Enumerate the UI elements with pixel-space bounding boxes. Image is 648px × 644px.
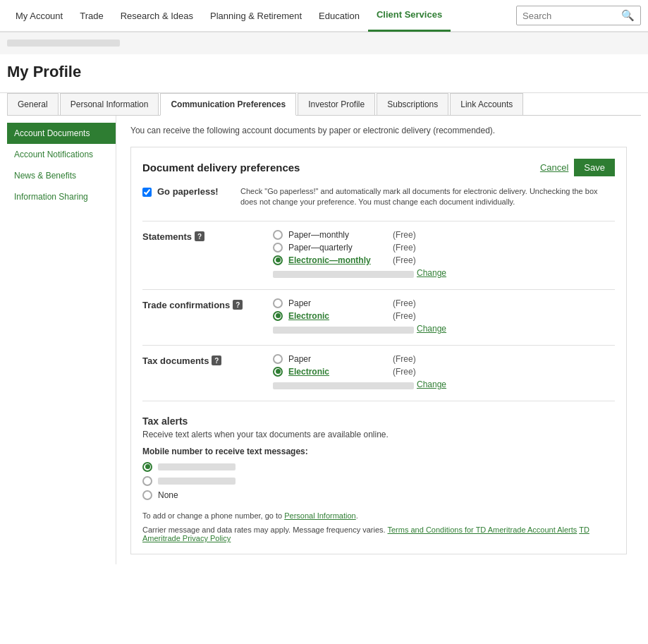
radio-phone-2[interactable] <box>142 476 152 486</box>
radio-tax-paper[interactable] <box>273 354 283 364</box>
trade-option-paper: Paper (Free) <box>273 298 615 308</box>
tab-bar: General Personal Information Communicati… <box>7 93 641 116</box>
nav-research[interactable]: Research & Ideas <box>112 0 202 32</box>
tax-documents-section: Tax documents ? Paper (Free) Electronic <box>142 354 615 389</box>
personal-info-link[interactable]: Personal Information <box>284 511 356 520</box>
tab-personal-info[interactable]: Personal Information <box>60 93 159 115</box>
phone-option-2 <box>142 476 615 486</box>
carrier-note: Carrier message and data rates may apply… <box>142 525 615 542</box>
statement-option-paper-quarterly: Paper—quarterly (Free) <box>273 243 615 253</box>
statement-option-electronic-monthly: Electronic—monthly (Free) <box>273 255 615 265</box>
radio-electronic-monthly[interactable] <box>273 255 283 265</box>
tax-help-icon[interactable]: ? <box>212 356 221 365</box>
tab-link-accounts[interactable]: Link Accounts <box>450 93 523 115</box>
statements-options: Paper—monthly (Free) Paper—quarterly (Fr… <box>273 230 615 278</box>
breadcrumb <box>7 40 120 47</box>
tax-option-electronic: Electronic (Free) <box>273 367 615 377</box>
tax-alerts-subtitle: Receive text alerts when your tax docume… <box>142 430 615 439</box>
trade-account-bar <box>273 327 414 334</box>
sidebar-item-information-sharing[interactable]: Information Sharing <box>7 186 116 207</box>
trade-change-link[interactable]: Change <box>417 324 446 334</box>
phone-option-1 <box>142 462 615 472</box>
card-title: Document delivery preferences <box>142 162 300 174</box>
footer-note: To add or change a phone number, go to P… <box>142 510 615 522</box>
tax-account-bar <box>273 382 414 389</box>
phone-bar-1 <box>158 463 236 470</box>
card-header: Document delivery preferences Cancel Sav… <box>142 159 615 176</box>
tax-alerts-title: Tax alerts <box>142 415 615 427</box>
radio-paper-quarterly[interactable] <box>273 243 283 253</box>
nav-trade[interactable]: Trade <box>71 0 111 32</box>
nav-education[interactable]: Education <box>310 0 368 32</box>
tax-documents-label: Tax documents ? <box>142 354 273 366</box>
statements-section: Statements ? Paper—monthly (Free) Paper—… <box>142 230 615 278</box>
delivery-card: Document delivery preferences Cancel Sav… <box>130 147 627 554</box>
intro-text: You can receive the following account do… <box>130 126 627 135</box>
trade-confirmations-label: Trade confirmations ? <box>142 298 273 310</box>
trade-option-electronic: Electronic (Free) <box>273 311 615 321</box>
phone-option-none: None <box>142 490 615 500</box>
tab-general[interactable]: General <box>7 93 59 115</box>
radio-trade-paper[interactable] <box>273 298 283 308</box>
main-layout: Account Documents Account Notifications … <box>7 116 641 564</box>
statements-account-bar <box>273 271 414 278</box>
nav-my-account[interactable]: My Account <box>7 0 71 32</box>
go-paperless-description: Check "Go paperless!" and automatically … <box>240 186 615 208</box>
trade-options: Paper (Free) Electronic (Free) Change <box>273 298 615 334</box>
tab-subscriptions[interactable]: Subscriptions <box>377 93 448 115</box>
sidebar: Account Documents Account Notifications … <box>7 116 116 564</box>
statement-option-paper-monthly: Paper—monthly (Free) <box>273 230 615 240</box>
phone-bar-2 <box>158 478 236 485</box>
go-paperless-checkbox[interactable] <box>142 188 152 197</box>
statements-label: Statements ? <box>142 230 273 242</box>
statements-help-icon[interactable]: ? <box>195 231 204 241</box>
tab-investor-profile[interactable]: Investor Profile <box>298 93 375 115</box>
sidebar-item-news-benefits[interactable]: News & Benefits <box>7 165 116 186</box>
tax-option-paper: Paper (Free) <box>273 354 615 364</box>
tax-alerts-section: Tax alerts Receive text alerts when your… <box>142 415 615 543</box>
radio-dot <box>145 464 150 469</box>
phone-none-label: None <box>158 490 178 500</box>
radio-phone-none[interactable] <box>142 490 152 500</box>
sidebar-item-account-notifications[interactable]: Account Notifications <box>7 144 116 165</box>
page-header: My Profile <box>0 54 648 93</box>
breadcrumb-bar <box>0 32 648 54</box>
search-box: 🔍 <box>516 6 641 25</box>
nav-planning[interactable]: Planning & Retirement <box>202 0 310 32</box>
sidebar-item-account-documents[interactable]: Account Documents <box>7 123 116 144</box>
tab-communication-preferences[interactable]: Communication Preferences <box>160 93 296 116</box>
radio-phone-1[interactable] <box>142 462 152 472</box>
go-paperless-label: Go paperless! <box>157 186 235 197</box>
nav-client-services[interactable]: Client Services <box>368 0 451 32</box>
trade-help-icon[interactable]: ? <box>233 300 243 310</box>
radio-tax-electronic[interactable] <box>273 367 283 377</box>
search-icon[interactable]: 🔍 <box>621 9 635 22</box>
radio-paper-monthly[interactable] <box>273 230 283 240</box>
tax-options: Paper (Free) Electronic (Free) Change <box>273 354 615 389</box>
search-input[interactable] <box>522 11 621 21</box>
trade-confirmations-section: Trade confirmations ? Paper (Free) Elect… <box>142 298 615 334</box>
content-area: You can receive the following account do… <box>116 116 641 564</box>
radio-dot <box>276 369 281 374</box>
card-actions: Cancel Save <box>540 159 615 176</box>
mobile-label: Mobile number to receive text messages: <box>142 446 615 456</box>
top-navigation: My Account Trade Research & Ideas Planni… <box>0 0 648 32</box>
go-paperless-section: Go paperless! Check "Go paperless!" and … <box>142 186 615 208</box>
radio-dot <box>276 313 281 318</box>
statements-change-link[interactable]: Change <box>417 268 446 278</box>
tax-change-link[interactable]: Change <box>417 379 446 389</box>
radio-trade-electronic[interactable] <box>273 311 283 321</box>
cancel-button[interactable]: Cancel <box>540 162 568 173</box>
save-button[interactable]: Save <box>574 159 615 176</box>
radio-dot <box>276 257 281 262</box>
page-title: My Profile <box>7 63 641 81</box>
terms-link[interactable]: Terms and Conditions for TD Ameritrade A… <box>388 525 577 534</box>
